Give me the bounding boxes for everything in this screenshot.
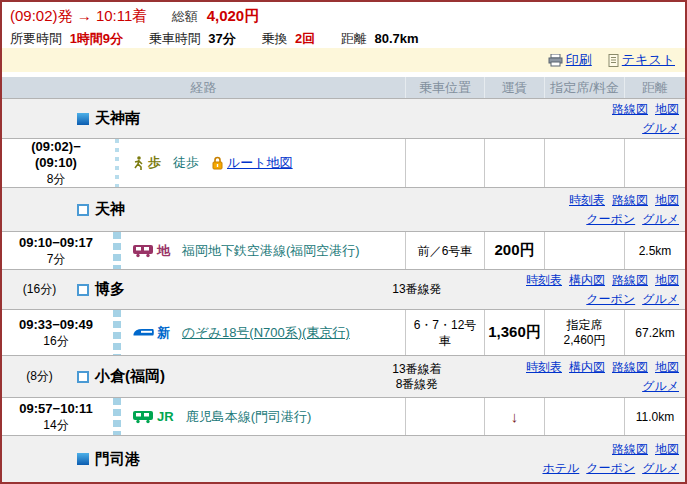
link-route-diagram[interactable]: 路線図 xyxy=(612,271,648,290)
transfer-duration xyxy=(2,188,77,231)
walk-icon xyxy=(132,156,145,171)
boarding-position: 6・7・12号車 xyxy=(405,310,484,355)
link-gourmet[interactable]: グルメ xyxy=(642,459,679,478)
ride-time-label: 乗車時間 xyxy=(149,31,201,46)
reserved-fee xyxy=(544,232,624,269)
shinkansen-mode-label: 新 xyxy=(157,324,170,342)
fare: 1,360円 xyxy=(484,310,544,355)
required-time-value: 1時間9分 xyxy=(70,31,123,46)
distance-label: 距離 xyxy=(341,31,367,46)
platform-info xyxy=(357,436,477,482)
platform-info xyxy=(357,99,477,138)
boarding-position xyxy=(405,139,484,187)
segment-distance: 67.2km xyxy=(624,310,685,355)
header-fare: 運賃 xyxy=(484,77,544,98)
boarding-position: 前／6号車 xyxy=(405,232,484,269)
document-icon[interactable] xyxy=(608,54,619,67)
segment-distance: 2.5km xyxy=(624,232,685,269)
station-name: 天神 xyxy=(95,200,125,219)
station-links: 時刻表 構内図 路線図 地図 グルメ xyxy=(477,356,685,397)
walk-mode-label: 歩 xyxy=(148,154,161,172)
header-reserved-fee: 指定席/料金 xyxy=(544,77,624,98)
line-name-jr[interactable]: 鹿児島本線(門司港行) xyxy=(186,408,312,426)
transfer-count: 2回 xyxy=(295,31,315,46)
subway-mode-label: 地 xyxy=(157,242,170,260)
link-route-diagram[interactable]: 路線図 xyxy=(612,191,648,210)
link-timetable[interactable]: 時刻表 xyxy=(569,191,605,210)
header-distance: 距離 xyxy=(624,77,685,98)
train-timeline-bar xyxy=(113,232,121,269)
print-link[interactable]: 印刷 xyxy=(548,51,592,69)
transfer-label: 乗換 xyxy=(261,31,287,46)
segment-distance xyxy=(624,139,685,187)
link-station-map[interactable]: 構内図 xyxy=(569,271,605,290)
walk-name: 徒歩 xyxy=(173,154,199,172)
link-map[interactable]: 地図 xyxy=(655,271,679,290)
shinkansen-icon xyxy=(132,326,154,339)
link-hotel[interactable]: ホテル xyxy=(542,459,579,478)
line-name-subway[interactable]: 福岡地下鉄空港線(福岡空港行) xyxy=(182,242,360,260)
segment-row-shinkansen: 09:33−09:49 16分 新 のぞみ18号(N700系)(東京行) 6・7… xyxy=(2,309,685,355)
link-route-diagram[interactable]: 路線図 xyxy=(612,358,648,377)
transfer-duration xyxy=(2,436,77,482)
station-links: 路線図 地図 ホテル クーポン グルメ xyxy=(477,436,685,482)
arrival-time: 10:11着 xyxy=(96,7,147,24)
link-coupon[interactable]: クーポン xyxy=(586,290,635,309)
station-links: 時刻表 路線図 地図 クーポン グルメ xyxy=(477,188,685,231)
station-endpoint-icon xyxy=(77,113,89,125)
station-links: 時刻表 構内図 路線図 地図 クーポン グルメ xyxy=(477,270,685,309)
link-coupon[interactable]: クーポン xyxy=(586,459,635,478)
link-map[interactable]: 地図 xyxy=(655,100,679,119)
station-name: 天神南 xyxy=(95,109,140,128)
link-gourmet[interactable]: グルメ xyxy=(642,210,679,229)
link-route-diagram[interactable]: 路線図 xyxy=(612,440,648,459)
route-result-panel: (09:02)発 → 10:11着 総額 4,020円 所要時間 1時間9分 乗… xyxy=(0,0,687,484)
platform-info xyxy=(357,188,477,231)
printer-icon[interactable] xyxy=(548,54,563,67)
distance-value: 80.7km xyxy=(375,31,419,46)
link-station-map[interactable]: 構内図 xyxy=(569,358,605,377)
station-links: 路線図 地図 グルメ xyxy=(477,99,685,138)
station-row-tenjinminami: 天神南 路線図 地図 グルメ xyxy=(2,98,685,138)
station-transfer-icon xyxy=(77,284,89,296)
link-gourmet[interactable]: グルメ xyxy=(642,377,679,396)
station-transfer-icon xyxy=(77,371,89,383)
station-name: 門司港 xyxy=(95,450,140,469)
link-gourmet[interactable]: グルメ xyxy=(642,290,679,309)
station-row-hakata: (16分) 博多 13番線発 時刻表 構内図 路線図 地図 クーポン グルメ xyxy=(2,269,685,309)
link-coupon[interactable]: クーポン xyxy=(586,210,635,229)
station-endpoint-icon xyxy=(77,453,89,465)
segment-row-subway: 09:10−09:17 7分 地 福岡地下鉄空港線(福岡空港行) 前／6号車 2… xyxy=(2,231,685,269)
platform-info: 13番線発 xyxy=(357,270,477,309)
print-label[interactable]: 印刷 xyxy=(566,51,592,69)
station-row-kokura: (8分) 小倉(福岡) 13番線着 8番線発 時刻表 構内図 路線図 地図 グル… xyxy=(2,355,685,397)
platform-info: 13番線着 8番線発 xyxy=(357,356,477,397)
train-timeline-bar xyxy=(113,310,121,355)
total-fare-label: 総額 xyxy=(171,9,197,24)
link-walk-route-map[interactable]: ルート地図 xyxy=(227,154,293,172)
jr-mode-label: JR xyxy=(157,409,174,424)
table-header: 経路 乗車位置 運賃 指定席/料金 距離 xyxy=(2,77,685,98)
header-boarding-position: 乗車位置 xyxy=(405,77,484,98)
station-name: 小倉(福岡) xyxy=(95,367,165,386)
link-timetable[interactable]: 時刻表 xyxy=(526,358,562,377)
segment-time: (09:02)− (09:10) 8分 xyxy=(2,139,110,187)
fare-continues-arrow: ↓ xyxy=(484,398,544,435)
link-map[interactable]: 地図 xyxy=(655,440,679,459)
station-row-mojiko: 門司港 路線図 地図 ホテル クーポン グルメ xyxy=(2,435,685,482)
text-view-label[interactable]: テキスト xyxy=(622,51,675,69)
link-gourmet[interactable]: グルメ xyxy=(642,119,679,138)
ride-time-value: 37分 xyxy=(208,31,235,46)
link-map[interactable]: 地図 xyxy=(655,191,679,210)
transfer-duration xyxy=(2,99,77,138)
summary-header: (09:02)発 → 10:11着 総額 4,020円 所要時間 1時間9分 乗… xyxy=(2,2,685,48)
link-map[interactable]: 地図 xyxy=(655,358,679,377)
walk-timeline-bar xyxy=(115,139,119,187)
link-route-diagram[interactable]: 路線図 xyxy=(612,100,648,119)
text-view-link[interactable]: テキスト xyxy=(608,51,675,69)
lock-icon[interactable] xyxy=(211,156,224,170)
total-fare-value: 4,020円 xyxy=(207,7,260,24)
toolbar: 印刷 テキスト xyxy=(2,48,685,72)
link-timetable[interactable]: 時刻表 xyxy=(526,271,562,290)
line-name-shinkansen[interactable]: のぞみ18号(N700系)(東京行) xyxy=(182,324,350,342)
